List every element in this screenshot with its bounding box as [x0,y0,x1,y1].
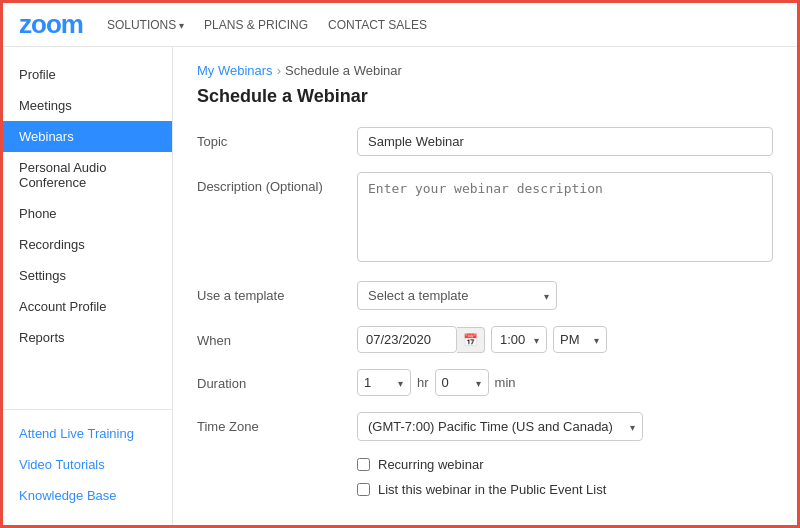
topic-row: Topic [197,127,773,156]
template-label: Use a template [197,281,357,303]
topic-label: Topic [197,127,357,149]
breadcrumb: My Webinars › Schedule a Webinar [197,63,773,78]
template-row: Use a template Select a template ▾ [197,281,773,310]
sidebar-item-personal-audio[interactable]: Personal Audio Conference [3,152,172,198]
topic-input[interactable] [357,127,773,156]
public-event-checkbox[interactable] [357,483,370,496]
when-label: When [197,326,357,348]
duration-label: Duration [197,369,357,391]
page-layout: Profile Meetings Webinars Personal Audio… [3,47,797,528]
plans-pricing-nav-link[interactable]: PLANS & PRICING [204,18,308,32]
description-row: Description (Optional) [197,172,773,265]
sidebar-item-recordings[interactable]: Recordings [3,229,172,260]
duration-hr-select[interactable]: 1 [357,369,411,396]
time-select-wrap: 1:00 ▾ [491,326,547,353]
sidebar-item-settings[interactable]: Settings [3,260,172,291]
public-event-label: List this webinar in the Public Event Li… [378,482,606,497]
recurring-row: Recurring webinar [197,457,773,472]
page-title: Schedule a Webinar [197,86,773,107]
timezone-row: Time Zone (GMT-7:00) Pacific Time (US an… [197,412,773,441]
sidebar-item-knowledge-base[interactable]: Knowledge Base [3,480,172,511]
sidebar-item-reports[interactable]: Reports [3,322,172,353]
timezone-select-wrap: (GMT-7:00) Pacific Time (US and Canada) … [357,412,643,441]
duration-inputs: 1 ▾ hr 0 ▾ min [357,369,773,396]
min-label: min [495,375,516,390]
when-row: When 📅 1:00 ▾ PM AM [197,326,773,353]
hr-label: hr [417,375,429,390]
sidebar-item-video-tutorials[interactable]: Video Tutorials [3,449,172,480]
when-control: 📅 1:00 ▾ PM AM ▾ [357,326,773,353]
duration-hr-select-wrap: 1 ▾ [357,369,411,396]
public-event-row: List this webinar in the Public Event Li… [197,482,773,497]
breadcrumb-current: Schedule a Webinar [285,63,402,78]
sidebar-item-attend-live[interactable]: Attend Live Training [3,418,172,449]
recurring-checkbox[interactable] [357,458,370,471]
sidebar-item-phone[interactable]: Phone [3,198,172,229]
description-control [357,172,773,265]
sidebar: Profile Meetings Webinars Personal Audio… [3,47,173,528]
topic-control [357,127,773,156]
duration-row: Duration 1 ▾ hr 0 ▾ [197,369,773,396]
timezone-select[interactable]: (GMT-7:00) Pacific Time (US and Canada) [357,412,643,441]
ampm-select[interactable]: PM AM [553,326,607,353]
sidebar-item-profile[interactable]: Profile [3,59,172,90]
time-select[interactable]: 1:00 [491,326,547,353]
breadcrumb-parent[interactable]: My Webinars [197,63,273,78]
nav-links: SOLUTIONS PLANS & PRICING CONTACT SALES [107,18,427,32]
contact-sales-nav-link[interactable]: CONTACT SALES [328,18,427,32]
top-navigation: zoom SOLUTIONS PLANS & PRICING CONTACT S… [3,3,797,47]
sidebar-item-webinars[interactable]: Webinars [3,121,172,152]
duration-min-select[interactable]: 0 [435,369,489,396]
timezone-label: Time Zone [197,412,357,434]
calendar-icon[interactable]: 📅 [457,327,485,353]
ampm-select-wrap: PM AM ▾ [553,326,607,353]
zoom-logo: zoom [19,9,83,40]
recurring-label: Recurring webinar [378,457,484,472]
template-select[interactable]: Select a template [357,281,557,310]
sidebar-bottom: Attend Live Training Video Tutorials Kno… [3,409,172,519]
main-content: My Webinars › Schedule a Webinar Schedul… [173,47,797,528]
template-control: Select a template ▾ [357,281,773,310]
timezone-control: (GMT-7:00) Pacific Time (US and Canada) … [357,412,773,441]
duration-control: 1 ▾ hr 0 ▾ min [357,369,773,396]
template-select-wrap: Select a template ▾ [357,281,557,310]
date-input[interactable] [357,326,457,353]
when-inputs: 📅 1:00 ▾ PM AM ▾ [357,326,773,353]
description-textarea[interactable] [357,172,773,262]
sidebar-item-meetings[interactable]: Meetings [3,90,172,121]
duration-min-select-wrap: 0 ▾ [435,369,489,396]
breadcrumb-separator: › [277,63,281,78]
description-label: Description (Optional) [197,172,357,194]
sidebar-item-account-profile[interactable]: Account Profile [3,291,172,322]
solutions-nav-link[interactable]: SOLUTIONS [107,18,184,32]
